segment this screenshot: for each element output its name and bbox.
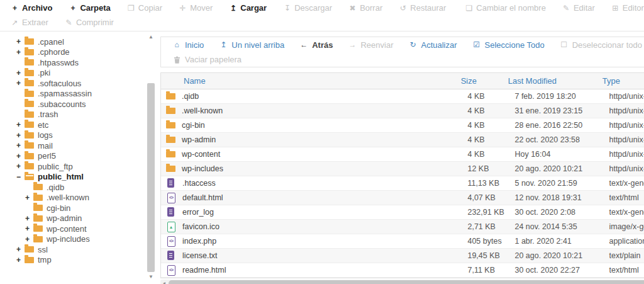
tree-item-ssl[interactable]: +ssl <box>0 244 159 255</box>
tree-item-htpasswds[interactable]: .htpasswds <box>0 57 159 68</box>
toolbar-button-cargar[interactable]: ↥Cargar <box>221 2 275 14</box>
toolbar-button-editor-de-html[interactable]: ⊞Editor de HTML <box>603 2 644 14</box>
expand-icon[interactable]: + <box>25 235 33 244</box>
nav-button-atr-s[interactable]: ←Atrás <box>292 39 340 51</box>
expand-icon[interactable]: + <box>16 37 25 46</box>
table-row-wp-content[interactable]: wp-content4 KBHoy 16:04httpd/unix-direct… <box>161 147 644 162</box>
nav-button-inicio[interactable]: ⌂Inicio <box>165 39 211 51</box>
text-file-icon <box>166 178 176 188</box>
scrollbar-thumb[interactable] <box>169 280 644 284</box>
cell-last-modified: Hoy 16:04 <box>514 150 609 159</box>
nav-button-reenviar[interactable]: →Reenviar <box>340 39 401 51</box>
table-row-default-html[interactable]: default.html4,07 KB12 nov. 2018 19:31tex… <box>161 191 644 205</box>
toolbar-button-extraer[interactable]: ↗Extraer <box>3 16 57 28</box>
column-header-type[interactable]: Type <box>602 76 644 86</box>
toolbar-button-editar[interactable]: ✎Editar <box>554 2 603 14</box>
expand-icon[interactable]: + <box>16 141 25 150</box>
action-bar-row-1: ⌂Inicio↥Un nivel arriba←Atrás→Reenviar↻A… <box>161 37 644 52</box>
toolbar-button-restaurar[interactable]: ↺Restaurar <box>391 2 454 14</box>
scroll-down-icon[interactable]: ▼ <box>147 274 155 280</box>
toolbar-button-copiar[interactable]: ❐Copiar <box>119 2 170 14</box>
expand-icon[interactable]: + <box>25 193 33 202</box>
column-header-size[interactable]: Size <box>461 76 508 86</box>
expand-icon[interactable]: + <box>16 245 25 254</box>
toolbar-button-carpeta[interactable]: +Carpeta <box>60 2 118 14</box>
sidebar-scrollbar[interactable]: ▲ ▼ <box>147 34 155 280</box>
expand-icon[interactable]: + <box>16 69 25 77</box>
expand-icon[interactable]: + <box>25 214 33 223</box>
tree-item-public-ftp[interactable]: +public_ftp <box>0 161 159 172</box>
tree-item-mail[interactable]: +mail <box>0 140 159 151</box>
tree-item-pki[interactable]: +.pki <box>0 68 159 79</box>
toolbar-button-mover[interactable]: ✛Mover <box>170 2 221 14</box>
select-all-icon: ☑ <box>472 40 481 49</box>
tree-item-spamassassin[interactable]: .spamassassin <box>0 89 159 99</box>
cell-size: 232,91 KB <box>467 208 514 217</box>
tree-item-softaculous[interactable]: +.softaculous <box>0 78 159 89</box>
tree-item-etc[interactable]: +etc <box>0 120 159 130</box>
nav-button-un-nivel-arriba[interactable]: ↥Un nivel arriba <box>211 39 292 51</box>
toolbar-button-descargar[interactable]: ↧Descargar <box>275 2 340 14</box>
tree-item-tmp[interactable]: +tmp <box>0 255 159 266</box>
tree-item-subaccounts[interactable]: .subaccounts <box>0 99 159 110</box>
tree-item-label: .subaccounts <box>38 99 86 109</box>
expand-icon[interactable]: + <box>16 256 25 264</box>
scrollbar-thumb[interactable] <box>147 83 155 272</box>
expand-icon[interactable]: + <box>16 131 25 140</box>
folder-icon <box>166 137 175 143</box>
nav-button-actualizar[interactable]: ↻Actualizar <box>401 39 464 51</box>
tree-item-public-html[interactable]: −public_html <box>0 172 159 183</box>
tree-item-wp-admin[interactable]: +wp-admin <box>0 213 159 224</box>
table-row-htaccess[interactable]: .htaccess11,13 KB5 nov. 2020 21:59text/x… <box>161 176 644 191</box>
toolbar-button-comprimir[interactable]: ✎Comprimir <box>57 16 122 28</box>
tree-item-cphorde[interactable]: +.cphorde <box>0 47 159 58</box>
table-row-license-txt[interactable]: license.txt19,45 KB20 ago. 2020 10:21tex… <box>161 249 644 263</box>
toolbar-button-cambiar-el-nombre[interactable]: ❏Cambiar el nombre <box>457 2 554 14</box>
code-file-icon <box>166 236 176 246</box>
expand-icon[interactable]: + <box>16 48 25 57</box>
tree-item-wp-includes[interactable]: +wp-includes <box>0 234 159 245</box>
top-toolbar-row-2: ↗Extraer✎Comprimir <box>3 15 641 30</box>
scroll-up-icon[interactable]: ▲ <box>147 34 155 40</box>
expand-icon[interactable]: + <box>16 152 25 161</box>
table-row-well-known[interactable]: .well-known4 KB31 ene. 2019 23:15httpd/u… <box>161 104 644 118</box>
table-row-wp-includes[interactable]: wp-includes12 KB20 ago. 2020 10:21httpd/… <box>161 162 644 176</box>
expand-icon[interactable]: + <box>25 224 33 233</box>
tree-item-cgi-bin[interactable]: cgi-bin <box>0 203 159 213</box>
tree-item-perl5[interactable]: +perl5 <box>0 151 159 162</box>
cell-size: 12 KB <box>467 164 514 173</box>
table-row-readme-html[interactable]: readme.html7,11 KB30 oct. 2020 22:27text… <box>161 263 644 278</box>
table-row-cgi-bin[interactable]: cgi-bin4 KB28 ene. 2016 22:50httpd/unix-… <box>161 118 644 133</box>
nav-button-deseleccionar-todo[interactable]: ☐Deseleccionar todo <box>552 39 644 51</box>
table-row-favicon-ico[interactable]: favicon.ico2,71 KB24 nov. 2014 5:35image… <box>161 220 644 234</box>
nav-button-vaciar-papelera[interactable]: Vaciar papelera <box>165 54 249 65</box>
expand-icon[interactable]: + <box>16 79 25 88</box>
expand-icon[interactable]: + <box>16 120 25 129</box>
column-header-last-modified[interactable]: Last Modified <box>508 76 602 86</box>
column-header-name[interactable]: Name <box>161 76 461 86</box>
button-label: Atrás <box>312 40 333 50</box>
toolbar-button-borrar[interactable]: ✖Borrar <box>340 2 391 14</box>
table-row-index-php[interactable]: index.php405 bytes1 abr. 2020 2:41applic… <box>161 234 644 249</box>
nav-button-seleccione-todo[interactable]: ☑Seleccione Todo <box>465 39 552 51</box>
table-horizontal-scrollbar[interactable]: ◂ ▸ <box>160 280 644 284</box>
tree-item-trash[interactable]: .trash <box>0 110 159 120</box>
tree-item-logs[interactable]: +logs <box>0 130 159 141</box>
table-row-wp-admin[interactable]: wp-admin4 KB22 oct. 2020 23:58httpd/unix… <box>161 133 644 147</box>
cell-type: httpd/unix-directory <box>609 135 644 144</box>
tree-item-wp-content[interactable]: +wp-content <box>0 224 159 234</box>
expand-icon[interactable]: + <box>16 162 25 171</box>
tree-item-well-known[interactable]: +.well-known <box>0 193 159 203</box>
collapse-icon[interactable]: − <box>16 173 25 181</box>
copy-icon: ❐ <box>127 4 135 13</box>
toolbar-button-archivo[interactable]: +Archivo <box>3 2 60 14</box>
tree-item-qidb[interactable]: .qidb <box>0 182 159 193</box>
table-row-qidb[interactable]: .qidb4 KB7 feb. 2019 18:20httpd/unix-dir… <box>161 89 644 104</box>
forward-icon: → <box>348 40 357 49</box>
tree-item-label: public_html <box>38 172 84 181</box>
scroll-left-icon[interactable]: ◂ <box>160 280 168 284</box>
button-label: Deseleccionar todo <box>572 40 642 50</box>
tree-item-cpanel[interactable]: +.cpanel <box>0 37 159 47</box>
text-file-icon <box>166 207 176 217</box>
table-row-error-log[interactable]: error_log232,91 KB30 oct. 2020 2:08text/… <box>161 205 644 220</box>
